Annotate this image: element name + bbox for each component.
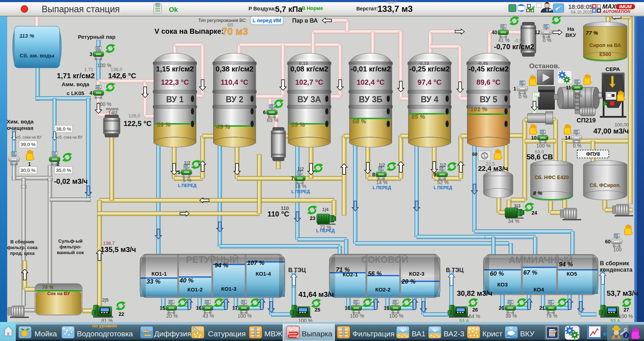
svg-text:35,0 %: 35,0 % bbox=[56, 168, 71, 173]
svg-text:97,4 °С: 97,4 °С bbox=[418, 78, 442, 86]
svg-text:20 %: 20 % bbox=[401, 278, 416, 285]
svg-text:142,6 °С: 142,6 °С bbox=[108, 72, 136, 80]
svg-text:КО4: КО4 bbox=[533, 286, 544, 293]
svg-text:25: 25 bbox=[315, 307, 320, 313]
svg-text:59 %: 59 % bbox=[157, 121, 171, 128]
svg-text:2: 2 bbox=[57, 161, 60, 167]
svg-text:Сульф-ый: Сульф-ый bbox=[58, 238, 83, 244]
svg-text:26: 26 bbox=[472, 307, 478, 313]
svg-text:85 %: 85 % bbox=[411, 113, 425, 120]
svg-text:Верстат:: Верстат: bbox=[356, 6, 378, 11]
svg-text:Водоподготовка: Водоподготовка bbox=[77, 330, 133, 338]
svg-text:СЕРА: СЕРА bbox=[606, 66, 620, 72]
svg-text:14: 14 bbox=[565, 135, 570, 141]
svg-text:40: 40 bbox=[491, 29, 497, 35]
svg-text:Хим. вода: Хим. вода bbox=[7, 118, 34, 125]
svg-text:В Норме: В Норме bbox=[302, 5, 323, 11]
svg-text:сб. сока на ВУ: сб. сока на ВУ bbox=[17, 135, 42, 139]
svg-text:Сб. ам. воды: Сб. ам. воды bbox=[20, 52, 54, 59]
svg-text:102,4 °С: 102,4 °С bbox=[357, 78, 385, 86]
svg-text:83 %: 83 % bbox=[267, 117, 278, 123]
svg-text:IMUM: IMUM bbox=[619, 4, 632, 9]
svg-text:30,0 %: 30,0 % bbox=[20, 168, 36, 173]
svg-text:Останов.: Останов. bbox=[529, 62, 560, 70]
svg-text:39,0 %: 39,0 % bbox=[20, 142, 36, 147]
svg-text:49 %: 49 % bbox=[216, 123, 230, 130]
svg-text:56 %: 56 % bbox=[368, 270, 382, 277]
svg-text:68 %: 68 % bbox=[352, 118, 366, 125]
svg-text:40 %: 40 % bbox=[179, 277, 194, 284]
svg-text:5 %: 5 % bbox=[183, 177, 191, 183]
svg-text:53,7 м3/ч: 53,7 м3/ч bbox=[607, 289, 638, 297]
svg-text:В ТЭЦ: В ТЭЦ bbox=[446, 267, 464, 273]
svg-text:Ok: Ok bbox=[169, 6, 178, 13]
svg-text:0 %: 0 % bbox=[573, 143, 582, 149]
svg-text:1|2: 1|2 bbox=[297, 166, 304, 172]
svg-text:КО1-4: КО1-4 bbox=[256, 271, 271, 277]
svg-text:52 %: 52 % bbox=[437, 179, 449, 185]
svg-text:ВКУ: ВКУ bbox=[520, 330, 534, 338]
svg-text:L ПЕРЕД: L ПЕРЕД bbox=[178, 183, 196, 188]
svg-text:94 %: 94 % bbox=[559, 261, 573, 268]
svg-text:СОКОВОЙ: СОКОВОЙ bbox=[361, 254, 408, 265]
svg-text:41 %: 41 % bbox=[498, 37, 510, 43]
svg-text:Р Воздуха:: Р Воздуха: bbox=[249, 6, 276, 11]
svg-text:60: 60 bbox=[605, 239, 611, 244]
svg-text:Мойка: Мойка bbox=[34, 330, 57, 338]
svg-text:135,5 м3/ч: 135,5 м3/ч bbox=[101, 246, 136, 253]
svg-text:60: 60 bbox=[472, 151, 477, 157]
svg-text:6: 6 bbox=[263, 109, 266, 115]
svg-text:конденсата: конденсата bbox=[600, 267, 633, 273]
svg-text:34 %: 34 % bbox=[508, 218, 519, 224]
svg-text:39 %: 39 % bbox=[505, 313, 517, 319]
svg-text:КО1-3: КО1-3 bbox=[221, 286, 237, 292]
svg-text:94 %: 94 % bbox=[214, 262, 228, 269]
svg-text:В ТЭЦ: В ТЭЦ bbox=[288, 267, 306, 273]
svg-text:На: На bbox=[567, 26, 574, 32]
svg-text:18: 18 bbox=[344, 305, 350, 311]
svg-text:Выпарка: Выпарка bbox=[302, 330, 332, 338]
svg-text:14 %: 14 % bbox=[376, 179, 388, 185]
svg-text:Пар в ВА: Пар в ВА bbox=[292, 18, 318, 24]
svg-text:ВУ 3А: ВУ 3А bbox=[297, 95, 321, 104]
svg-text:ВУ 2: ВУ 2 bbox=[226, 95, 243, 104]
svg-text:77 %: 77 % bbox=[586, 30, 598, 36]
svg-text:60 %: 60 % bbox=[490, 270, 504, 277]
svg-text:1,71 кг/см2: 1,71 кг/см2 bbox=[57, 72, 94, 80]
svg-text:Сатурация: Сатурация bbox=[208, 330, 246, 338]
svg-text:ванный сок: ванный сок bbox=[57, 250, 84, 255]
svg-text:0 %: 0 % bbox=[543, 37, 551, 43]
svg-text:Сок на ВУ: Сок на ВУ bbox=[47, 291, 70, 296]
svg-text:2|5: 2|5 bbox=[102, 297, 108, 303]
svg-text:L ПЕРЕД: L ПЕРЕД bbox=[291, 189, 310, 194]
svg-text:113 %: 113 % bbox=[19, 33, 34, 39]
svg-text:33 %: 33 % bbox=[147, 278, 161, 285]
svg-text:Сироп на ВА: Сироп на ВА bbox=[589, 42, 621, 48]
svg-text:22,4 м3/ч: 22,4 м3/ч bbox=[478, 165, 508, 172]
svg-text:КО5: КО5 bbox=[566, 271, 577, 277]
svg-text:5,7 кПа: 5,7 кПа bbox=[275, 5, 303, 14]
svg-text:очищеная: очищеная bbox=[7, 125, 33, 131]
svg-text:89,6 °С: 89,6 °С bbox=[477, 78, 501, 86]
svg-text:-0,70 кг/см2: -0,70 кг/см2 bbox=[494, 43, 534, 51]
svg-text:Диффузия: Диффузия bbox=[154, 330, 191, 338]
svg-text:136,0: 136,0 bbox=[111, 67, 122, 72]
svg-text:-0,45 кг/см2: -0,45 кг/см2 bbox=[468, 65, 509, 73]
svg-text:РЕТУРНЫЙ: РЕТУРНЫЙ bbox=[186, 254, 239, 265]
svg-text:В сборник: В сборник bbox=[600, 260, 630, 266]
svg-text:Ретурный пар: Ретурный пар bbox=[78, 34, 116, 40]
svg-text:133,7 м3: 133,7 м3 bbox=[377, 4, 413, 14]
svg-text:Амм. вода: Амм. вода bbox=[61, 81, 89, 87]
svg-text:КО2-2: КО2-2 bbox=[375, 286, 391, 293]
svg-text:фильтро-: фильтро- bbox=[59, 244, 81, 249]
svg-text:1: 1 bbox=[28, 161, 31, 167]
svg-text:ВКУ: ВКУ bbox=[565, 32, 576, 38]
svg-text:L ПЕРЕД: L ПЕРЕД bbox=[434, 185, 452, 190]
svg-text:122,3 °С: 122,3 °С bbox=[161, 78, 189, 86]
svg-text:ВУ 1: ВУ 1 bbox=[166, 95, 184, 104]
svg-text:17: 17 bbox=[232, 305, 238, 311]
svg-text:КО2-1: КО2-1 bbox=[343, 271, 358, 277]
svg-text:1|2: 1|2 bbox=[184, 160, 190, 165]
svg-text:41,64 м3/ч: 41,64 м3/ч bbox=[298, 290, 334, 298]
svg-text:70 м3: 70 м3 bbox=[222, 26, 248, 37]
